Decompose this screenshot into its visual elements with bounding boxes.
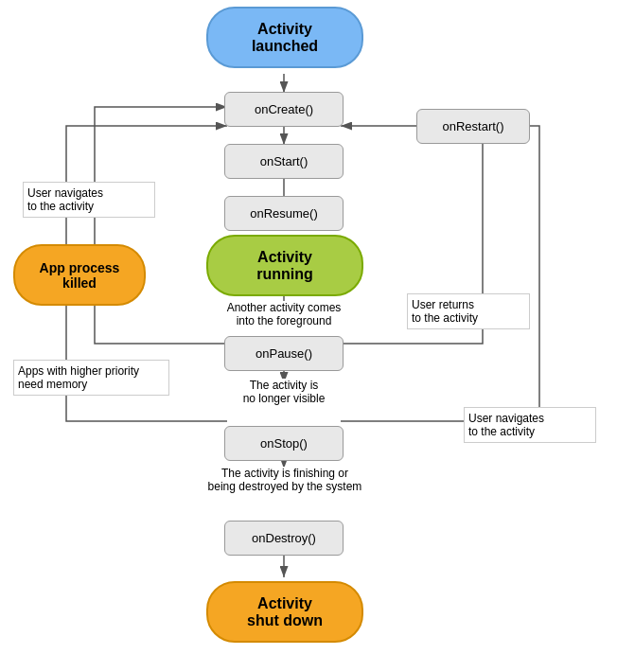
on-start-label: onStart() <box>260 154 308 168</box>
on-resume-label: onResume() <box>250 206 318 221</box>
user-navigates-right-label: User navigates to the activity <box>464 407 596 443</box>
app-process-killed-label: App process killed <box>40 260 120 291</box>
activity-finishing-label: The activity is finishing or being destr… <box>163 467 407 493</box>
on-pause-node: onPause() <box>224 336 344 371</box>
activity-running-node: Activity running <box>206 235 363 296</box>
app-process-killed-node: App process killed <box>13 244 146 306</box>
on-restart-node: onRestart() <box>416 109 530 144</box>
on-restart-label: onRestart() <box>442 119 503 133</box>
on-start-node: onStart() <box>224 144 344 179</box>
activity-shutdown-label: Activity shut down <box>247 595 323 629</box>
activity-no-longer-visible-label: The activity is no longer visible <box>189 379 379 405</box>
on-stop-node: onStop() <box>224 426 344 461</box>
activity-shutdown-node: Activity shut down <box>206 581 363 643</box>
on-pause-label: onPause() <box>256 346 312 361</box>
user-returns-label: User returns to the activity <box>407 293 530 329</box>
on-destroy-node: onDestroy() <box>224 521 344 556</box>
on-create-label: onCreate() <box>255 102 313 116</box>
on-resume-node: onResume() <box>224 196 344 231</box>
activity-launched-label: Activity launched <box>252 21 318 55</box>
activity-launched-node: Activity launched <box>206 7 363 68</box>
on-destroy-label: onDestroy() <box>252 531 316 545</box>
apps-higher-priority-label: Apps with higher priority need memory <box>13 360 169 396</box>
activity-running-label: Activity running <box>256 249 313 283</box>
on-stop-label: onStop() <box>260 436 308 451</box>
user-navigates-left-label: User navigates to the activity <box>23 182 155 218</box>
android-lifecycle-diagram: Activity launched onCreate() onStart() o… <box>0 0 617 672</box>
another-activity-label: Another activity comes into the foregrou… <box>176 301 392 327</box>
on-create-node: onCreate() <box>224 92 344 127</box>
